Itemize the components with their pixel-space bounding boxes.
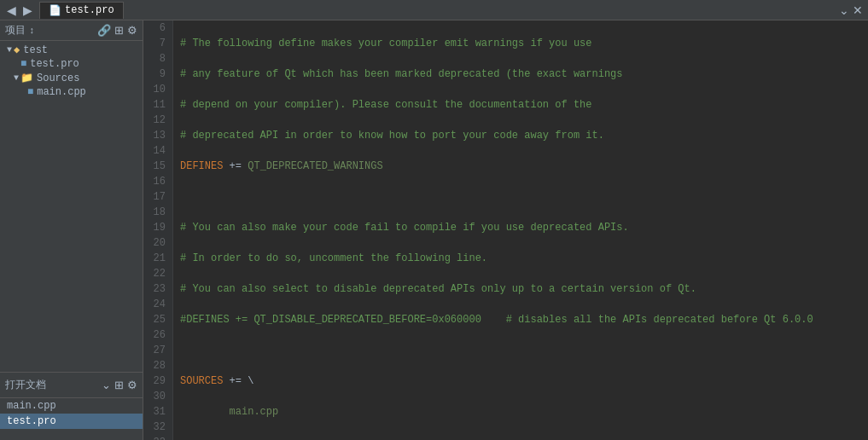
code-content: # The following define makes your compil… xyxy=(173,20,868,440)
sidebar-header: 项目 ↕ 🔗 ⊞ ⚙ xyxy=(0,20,143,41)
tab-area: 📄 test.pro ⌄ ✕ xyxy=(39,2,863,19)
project-icon: ◆ xyxy=(14,43,20,56)
code-line-6: # The following define makes your compil… xyxy=(180,36,861,51)
code-line-16 xyxy=(180,343,861,358)
tree-item-label: test.pro xyxy=(30,58,79,70)
code-line-7: # any feature of Qt which has been marke… xyxy=(180,67,861,82)
tab-close-button[interactable]: ✕ xyxy=(853,3,863,17)
nav-forward-button[interactable]: ▶ xyxy=(21,3,34,17)
add-button[interactable]: ⊞ xyxy=(114,24,124,37)
code-line-13: # In order to do so, uncomment the follo… xyxy=(180,251,861,266)
tree-item-label: test xyxy=(23,44,48,56)
tree-item-label: Sources xyxy=(37,72,79,84)
sidebar-tree: ▼ ◆ test ■ test.pro ▼ 📁 Sources ■ mai xyxy=(0,41,143,372)
open-docs-label: 打开文档 xyxy=(5,378,46,392)
bottom-dropdown-btn[interactable]: ⌄ xyxy=(102,379,111,391)
nav-back-button[interactable]: ◀ xyxy=(5,3,18,17)
sidebar-bottom: 打开文档 ⌄ ⊞ ⚙ xyxy=(0,372,143,397)
sidebar-header-label: 项目 xyxy=(5,23,26,38)
open-file-testpro[interactable]: test.pro xyxy=(0,414,143,429)
top-bar: ◀ ▶ 📄 test.pro ⌄ ✕ xyxy=(0,0,868,20)
tab-controls: ⌄ ✕ xyxy=(839,3,863,17)
sidebar-bottom-icons: ⌄ ⊞ ⚙ xyxy=(102,379,137,391)
open-files-list: main.cpp test.pro xyxy=(0,397,143,440)
code-line-9: # deprecated API in order to know how to… xyxy=(180,128,861,143)
open-file-maincpp[interactable]: main.cpp xyxy=(0,398,143,414)
pro-icon: ■ xyxy=(20,58,26,70)
tree-item-testpro[interactable]: ■ test.pro xyxy=(0,57,143,71)
tree-item-test[interactable]: ▼ ◆ test xyxy=(0,43,143,57)
editor-area[interactable]: 6 7 8 9 10 11 12 13 14 15 16 17 18 19 20… xyxy=(143,20,868,440)
code-line-10: DEFINES += QT_DEPRECATED_WARNINGS xyxy=(180,159,861,174)
file-tab-icon: 📄 xyxy=(49,4,61,17)
nav-buttons: ◀ ▶ xyxy=(5,3,34,17)
file-tab-label: test.pro xyxy=(65,4,114,16)
tab-dropdown-button[interactable]: ⌄ xyxy=(839,3,849,17)
file-tab[interactable]: 📄 test.pro xyxy=(39,2,124,19)
sidebar-header-icons: 🔗 ⊞ ⚙ xyxy=(97,24,137,37)
link-button[interactable]: 🔗 xyxy=(97,24,111,37)
sources-arrow: ▼ xyxy=(14,73,19,83)
code-line-8: # depend on your compiler). Please consu… xyxy=(180,97,861,113)
code-line-11 xyxy=(180,189,861,205)
sidebar-header-left: 项目 ↕ xyxy=(5,23,35,38)
code-line-17: SOURCES += \ xyxy=(180,373,861,389)
bottom-settings-btn[interactable]: ⚙ xyxy=(127,379,137,391)
tree-item-label: main.cpp xyxy=(37,86,86,98)
main-content: 项目 ↕ 🔗 ⊞ ⚙ ▼ ◆ test ■ test.pro xyxy=(0,20,868,440)
code-line-14: # You can also select to disable depreca… xyxy=(180,281,861,297)
bottom-add-btn[interactable]: ⊞ xyxy=(114,379,124,391)
code-line-18: main.cpp xyxy=(180,404,861,420)
cpp-icon: ■ xyxy=(27,86,33,98)
tree-item-sources[interactable]: ▼ 📁 Sources xyxy=(0,71,143,85)
line-numbers: 6 7 8 9 10 11 12 13 14 15 16 17 18 19 20… xyxy=(143,20,173,440)
code-line-19 xyxy=(180,435,861,440)
arrow-icon: ▼ xyxy=(7,45,12,55)
sort-icon: ↕ xyxy=(29,26,35,36)
code-line-15: #DEFINES += QT_DISABLE_DEPRECATED_BEFORE… xyxy=(180,312,861,327)
folder-icon: 📁 xyxy=(20,72,33,84)
sidebar: 项目 ↕ 🔗 ⊞ ⚙ ▼ ◆ test ■ test.pro xyxy=(0,20,143,440)
tree-item-maincpp[interactable]: ■ main.cpp xyxy=(0,85,143,99)
settings-icon-btn[interactable]: ⚙ xyxy=(127,24,137,37)
code-line-12: # You can also make your code fail to co… xyxy=(180,220,861,235)
open-docs-text: 打开文档 xyxy=(5,378,46,392)
